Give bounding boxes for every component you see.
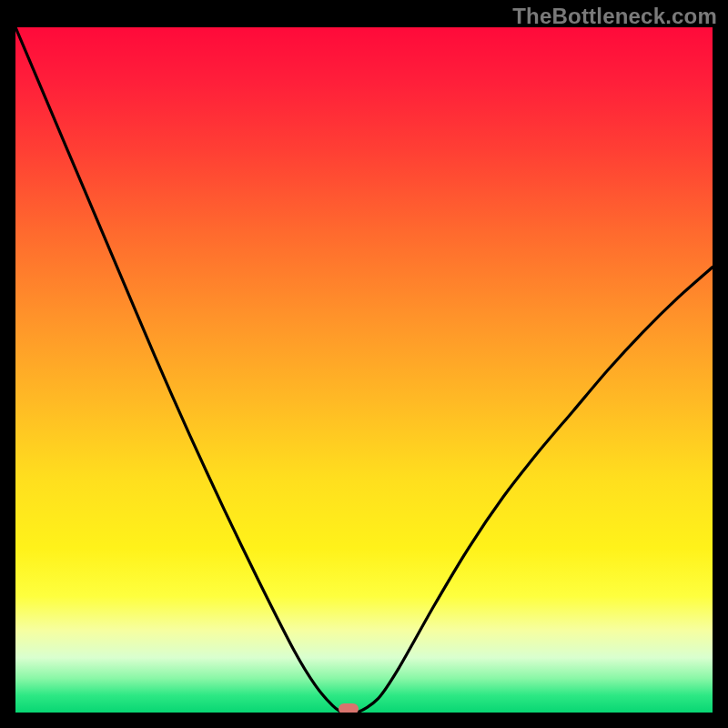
minimum-marker — [339, 703, 359, 713]
watermark-text: TheBottleneck.com — [512, 4, 717, 29]
chart-frame: TheBottleneck.com — [0, 0, 728, 728]
bottleneck-curve — [15, 27, 713, 713]
plot-area — [15, 27, 713, 713]
